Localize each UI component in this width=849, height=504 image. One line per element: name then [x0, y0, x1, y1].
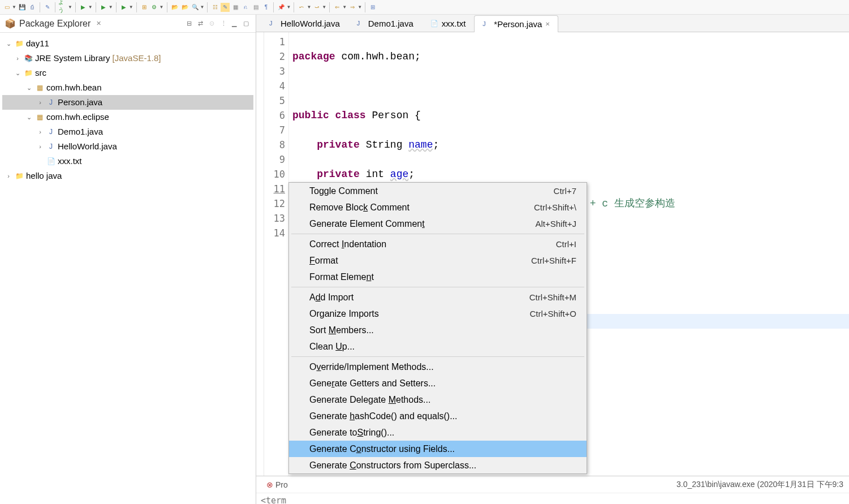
ext-tools-icon[interactable]: ⚙ [150, 3, 159, 12]
fwd-icon[interactable]: ⇒ [348, 3, 357, 12]
package-icon: ▦ [35, 113, 44, 122]
problems-tab[interactable]: ⊗ Pro [261, 478, 294, 492]
maximize-icon[interactable]: ▢ [243, 20, 251, 28]
dropdown-icon[interactable]: ▼ [88, 5, 93, 10]
run-last-icon[interactable]: ▶ [119, 3, 128, 12]
wand-icon[interactable]: ✎ [43, 3, 52, 12]
new-pkg-icon[interactable]: ⊞ [140, 3, 149, 12]
expand-toggle-icon[interactable]: › [36, 139, 44, 154]
search-icon[interactable]: 🔍 [191, 3, 200, 12]
jre-system-library[interactable]: › 📚 JRE System Library [JavaSE-1.8] [2, 51, 253, 66]
menu-item[interactable]: Generate hashCode() and equals()... [289, 408, 587, 424]
dropdown-icon[interactable]: ▼ [342, 5, 347, 10]
tab-person[interactable]: J *Person.java ✕ [474, 15, 558, 32]
run-icon[interactable]: ▶ [79, 3, 88, 12]
src-folder[interactable]: ⌄ 📁 src [2, 66, 253, 80]
view-title: Package Explorer [19, 19, 90, 29]
menu-item[interactable]: FormatCtrl+Shift+F [289, 252, 587, 269]
file-xxx[interactable]: 📄 xxx.txt [2, 154, 253, 169]
run-ext-icon[interactable]: ▶ [99, 3, 108, 12]
project-hello-java[interactable]: › 📁 hello java [2, 169, 253, 183]
library-icon: 📚 [24, 54, 33, 63]
menu-label: Add Import [309, 292, 529, 303]
focus-icon[interactable]: ⊙ [209, 20, 217, 28]
project-day11[interactable]: ⌄ 📁 day11 [2, 36, 253, 51]
menu-item[interactable]: Toggle CommentCtrl+7 [289, 183, 587, 199]
back-icon[interactable]: ⇐ [333, 3, 342, 12]
file-demo1[interactable]: › J Demo1.java [2, 124, 253, 139]
menu-item[interactable]: Remove Block CommentCtrl+Shift+\ [289, 199, 587, 216]
menu-item[interactable]: Clean Up... [289, 338, 587, 355]
menu-item[interactable]: Add ImportCtrl+Shift+M [289, 289, 587, 305]
dropdown-icon[interactable]: ▼ [307, 5, 311, 10]
dropdown-icon[interactable]: ▼ [68, 5, 72, 10]
show-ws-icon[interactable]: ▤ [251, 3, 260, 12]
dropdown-icon[interactable]: ▼ [200, 5, 205, 10]
save-icon[interactable]: 💾 [18, 3, 27, 12]
menu-item[interactable]: Generate toString()... [289, 424, 587, 441]
open-task-icon[interactable]: 📂 [180, 3, 189, 12]
main-toolbar: ▭▼ 💾 ⎙ ✎ �ようむ▼ ▶▼ ▶▼ ▶▼ ⊞ ⚙▼ 📂 📂 🔍▼ ☷ ✎ … [0, 0, 849, 15]
java-file-icon: J [46, 98, 55, 107]
view-menu-icon[interactable]: ⋮ [221, 20, 229, 28]
menu-item[interactable]: Generate Element CommentAlt+Shift+J [289, 216, 587, 232]
pin-icon[interactable]: 📌 [277, 3, 286, 12]
expand-toggle-icon[interactable]: ⌄ [25, 110, 33, 124]
menu-item[interactable]: Format Element [289, 269, 587, 285]
debug-icon[interactable]: �ようむ [58, 3, 67, 12]
tab-demo1[interactable]: J Demo1.java [348, 15, 422, 32]
block-sel-icon[interactable]: ▦ [231, 3, 240, 12]
menu-item[interactable]: Generate Getters and Setters... [289, 375, 587, 391]
refactor-icon[interactable]: ⎌ [241, 3, 250, 12]
menu-item[interactable]: Correct IndentationCtrl+I [289, 236, 587, 252]
expand-toggle-icon[interactable]: ⌄ [14, 66, 21, 80]
expand-toggle-icon[interactable]: › [36, 95, 44, 110]
close-icon[interactable]: ✕ [545, 21, 550, 27]
menu-shortcut: Alt+Shift+J [535, 219, 576, 229]
java-file-icon: J [357, 20, 365, 28]
link-editor-icon[interactable]: ⇄ [198, 20, 206, 28]
package-eclipse[interactable]: ⌄ ▦ com.hwh.eclipse [2, 110, 253, 124]
menu-separator [291, 356, 584, 357]
console-panel: ⊗ Pro 3.0_231\bin\javaw.exe (2020年1月31日 … [256, 476, 849, 504]
menu-item[interactable]: Generate Constructor using Fields... [289, 441, 587, 457]
menu-item[interactable]: Generate Constructors from Superclass... [289, 457, 587, 473]
menu-item[interactable]: Sort Members... [289, 322, 587, 338]
minimize-icon[interactable]: ▁ [232, 20, 240, 28]
tab-helloworld[interactable]: J HelloWorld.java [261, 15, 348, 32]
perspective-icon[interactable]: ⊞ [368, 3, 377, 12]
save-all-icon[interactable]: ⎙ [28, 3, 37, 12]
open-type-icon[interactable]: 📂 [170, 3, 179, 12]
menu-item[interactable]: Generate Delegate Methods... [289, 391, 587, 408]
java-file-icon: J [46, 142, 55, 151]
dropdown-icon[interactable]: ▼ [357, 5, 362, 10]
tab-xxx[interactable]: 📄 xxx.txt [422, 15, 475, 32]
menu-label: Generate Delegate Methods... [309, 395, 576, 405]
expand-toggle-icon[interactable]: ⌄ [25, 80, 33, 95]
new-icon[interactable]: ▭ [2, 3, 11, 12]
menu-label: Generate Getters and Setters... [309, 378, 576, 389]
pilcrow-icon[interactable]: ¶ [261, 3, 270, 12]
dropdown-icon[interactable]: ▼ [129, 5, 133, 10]
toggle-breadcrumb-icon[interactable]: ☷ [210, 3, 219, 12]
highlight-icon[interactable]: ✎ [221, 3, 230, 12]
expand-toggle-icon[interactable]: › [36, 124, 44, 139]
annot-next-icon[interactable]: ⤻ [312, 3, 321, 12]
dropdown-icon[interactable]: ▼ [12, 5, 16, 10]
expand-toggle-icon[interactable]: ⌄ [5, 36, 12, 51]
dropdown-icon[interactable]: ▼ [109, 5, 113, 10]
collapse-all-icon[interactable]: ⊟ [187, 20, 195, 28]
close-icon[interactable]: ✕ [96, 20, 101, 27]
menu-shortcut: Ctrl+Shift+O [529, 309, 576, 318]
annot-prev-icon[interactable]: ⤺ [297, 3, 306, 12]
menu-item[interactable]: Override/Implement Methods... [289, 359, 587, 375]
dropdown-icon[interactable]: ▼ [160, 5, 164, 10]
dropdown-icon[interactable]: ▼ [286, 5, 291, 10]
file-helloworld[interactable]: › J HelloWorld.java [2, 139, 253, 154]
expand-toggle-icon[interactable]: › [5, 169, 12, 183]
file-person[interactable]: › J Person.java [2, 95, 253, 110]
package-bean[interactable]: ⌄ ▦ com.hwh.bean [2, 80, 253, 95]
menu-item[interactable]: Organize ImportsCtrl+Shift+O [289, 305, 587, 322]
dropdown-icon[interactable]: ▼ [322, 5, 326, 10]
expand-toggle-icon[interactable]: › [14, 51, 21, 66]
